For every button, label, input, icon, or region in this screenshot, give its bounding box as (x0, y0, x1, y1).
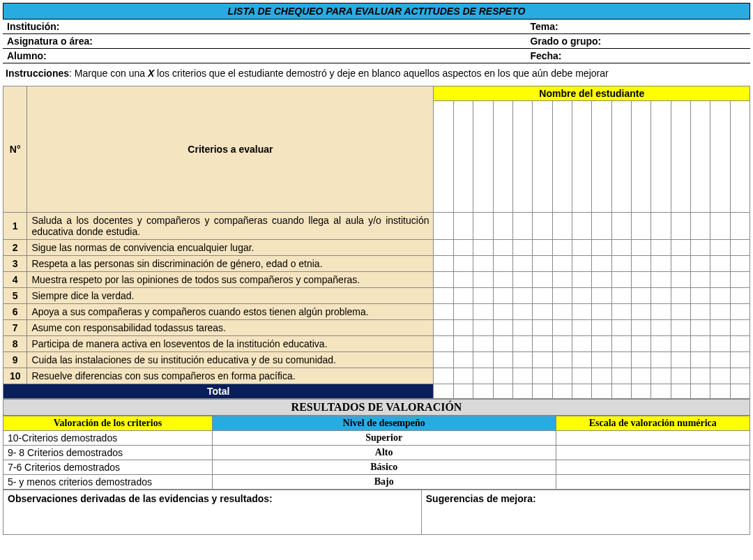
student-col[interactable] (730, 101, 750, 213)
check-cell[interactable] (533, 272, 552, 288)
check-cell[interactable] (730, 256, 750, 272)
check-cell[interactable] (671, 240, 690, 256)
check-cell[interactable] (710, 213, 730, 240)
check-cell[interactable] (631, 336, 651, 352)
check-cell[interactable] (611, 336, 631, 352)
check-cell[interactable] (651, 240, 671, 256)
check-cell[interactable] (710, 240, 730, 256)
check-cell[interactable] (690, 352, 710, 368)
check-cell[interactable] (493, 320, 512, 336)
check-cell[interactable] (710, 272, 730, 288)
check-cell[interactable] (552, 320, 572, 336)
check-cell[interactable] (434, 304, 453, 320)
student-col[interactable] (710, 101, 730, 213)
check-cell[interactable] (512, 320, 532, 336)
check-cell[interactable] (512, 352, 532, 368)
check-cell[interactable] (592, 288, 611, 304)
check-cell[interactable] (493, 368, 512, 384)
check-cell[interactable] (710, 256, 730, 272)
check-cell[interactable] (473, 240, 493, 256)
check-cell[interactable] (730, 304, 750, 320)
student-col[interactable] (493, 101, 512, 213)
check-cell[interactable] (473, 320, 493, 336)
check-cell[interactable] (572, 352, 591, 368)
check-cell[interactable] (512, 288, 532, 304)
student-col[interactable] (552, 101, 572, 213)
check-cell[interactable] (434, 240, 453, 256)
check-cell[interactable] (592, 336, 611, 352)
student-col[interactable] (512, 101, 532, 213)
check-cell[interactable] (730, 320, 750, 336)
check-cell[interactable] (453, 272, 473, 288)
check-cell[interactable] (453, 288, 473, 304)
check-cell[interactable] (611, 368, 631, 384)
student-col[interactable] (671, 101, 690, 213)
student-col[interactable] (611, 101, 631, 213)
student-col[interactable] (592, 101, 611, 213)
check-cell[interactable] (730, 336, 750, 352)
check-cell[interactable] (552, 240, 572, 256)
check-cell[interactable] (592, 256, 611, 272)
results-escala[interactable] (556, 475, 750, 490)
student-col[interactable] (572, 101, 591, 213)
check-cell[interactable] (473, 288, 493, 304)
check-cell[interactable] (552, 352, 572, 368)
check-cell[interactable] (671, 256, 690, 272)
check-cell[interactable] (572, 336, 591, 352)
check-cell[interactable] (671, 320, 690, 336)
check-cell[interactable] (533, 368, 552, 384)
check-cell[interactable] (552, 288, 572, 304)
check-cell[interactable] (434, 352, 453, 368)
check-cell[interactable] (690, 272, 710, 288)
check-cell[interactable] (473, 368, 493, 384)
student-col[interactable] (434, 101, 453, 213)
check-cell[interactable] (493, 256, 512, 272)
check-cell[interactable] (730, 368, 750, 384)
check-cell[interactable] (690, 256, 710, 272)
check-cell[interactable] (572, 320, 591, 336)
check-cell[interactable] (572, 304, 591, 320)
check-cell[interactable] (611, 240, 631, 256)
check-cell[interactable] (730, 272, 750, 288)
check-cell[interactable] (473, 256, 493, 272)
student-col[interactable] (651, 101, 671, 213)
check-cell[interactable] (453, 256, 473, 272)
check-cell[interactable] (493, 240, 512, 256)
check-cell[interactable] (512, 213, 532, 240)
student-col[interactable] (631, 101, 651, 213)
check-cell[interactable] (651, 256, 671, 272)
check-cell[interactable] (434, 336, 453, 352)
check-cell[interactable] (453, 240, 473, 256)
check-cell[interactable] (651, 213, 671, 240)
check-cell[interactable] (434, 288, 453, 304)
student-col[interactable] (473, 101, 493, 213)
check-cell[interactable] (512, 336, 532, 352)
check-cell[interactable] (473, 213, 493, 240)
check-cell[interactable] (671, 352, 690, 368)
student-col[interactable] (690, 101, 710, 213)
check-cell[interactable] (512, 368, 532, 384)
check-cell[interactable] (671, 304, 690, 320)
check-cell[interactable] (592, 272, 611, 288)
check-cell[interactable] (533, 352, 552, 368)
check-cell[interactable] (552, 272, 572, 288)
check-cell[interactable] (592, 240, 611, 256)
check-cell[interactable] (434, 272, 453, 288)
check-cell[interactable] (631, 352, 651, 368)
check-cell[interactable] (473, 304, 493, 320)
check-cell[interactable] (533, 320, 552, 336)
check-cell[interactable] (493, 304, 512, 320)
check-cell[interactable] (611, 256, 631, 272)
check-cell[interactable] (434, 213, 453, 240)
check-cell[interactable] (572, 288, 591, 304)
check-cell[interactable] (533, 304, 552, 320)
check-cell[interactable] (651, 352, 671, 368)
check-cell[interactable] (533, 336, 552, 352)
check-cell[interactable] (690, 213, 710, 240)
check-cell[interactable] (512, 304, 532, 320)
check-cell[interactable] (453, 336, 473, 352)
check-cell[interactable] (631, 256, 651, 272)
check-cell[interactable] (512, 240, 532, 256)
check-cell[interactable] (592, 320, 611, 336)
check-cell[interactable] (710, 336, 730, 352)
